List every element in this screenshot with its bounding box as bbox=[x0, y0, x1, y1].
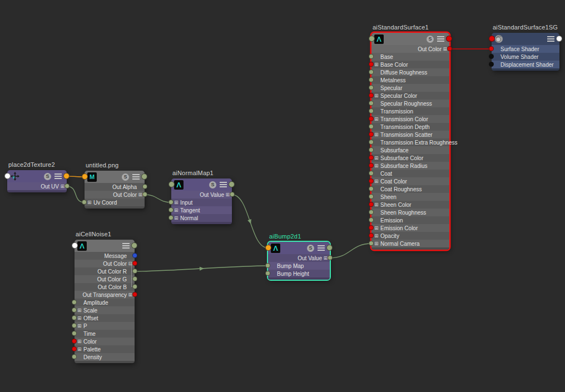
port-row-subsurface[interactable]: Subsurface bbox=[371, 146, 449, 154]
expand-compound-icon[interactable]: ⊞ bbox=[374, 154, 379, 162]
port-row-out-color[interactable]: ⊟Out Color bbox=[75, 260, 135, 267]
input-port-dot[interactable] bbox=[369, 155, 374, 160]
node-output-port-dot[interactable] bbox=[63, 173, 70, 179]
output-port-dot[interactable] bbox=[142, 184, 147, 189]
port-row-normal-camera[interactable]: ⊞Normal Camera bbox=[371, 240, 449, 247]
expand-compound-icon[interactable]: ⊞ bbox=[174, 206, 179, 214]
node-output-port-dot[interactable] bbox=[131, 242, 137, 249]
swatch-toggle-icon[interactable]: S bbox=[307, 245, 314, 252]
expand-compound-icon[interactable]: ⊞ bbox=[60, 182, 65, 190]
input-port-dot[interactable] bbox=[489, 54, 494, 59]
port-row-base-color[interactable]: ⊞Base Color bbox=[371, 61, 449, 68]
port-row-coat[interactable]: Coat bbox=[371, 170, 449, 177]
port-row-surface-shader[interactable]: Surface Shader bbox=[492, 45, 559, 53]
attribute-menu-icon[interactable] bbox=[547, 36, 554, 42]
input-port-dot[interactable] bbox=[369, 77, 374, 82]
node-input-port-dot[interactable] bbox=[82, 173, 88, 180]
expand-compound-icon[interactable]: ⊞ bbox=[374, 92, 379, 100]
input-port-dot[interactable] bbox=[72, 354, 77, 359]
node-aibump2d1[interactable]: aiBump2d1ΛS⊞Out ValueBump MapBump Height bbox=[268, 242, 330, 280]
input-port-dot[interactable] bbox=[168, 215, 174, 220]
port-row-time[interactable]: Time bbox=[75, 330, 135, 338]
expand-compound-icon[interactable]: ⊞ bbox=[87, 199, 92, 206]
node-editor-canvas[interactable]: place2dTexture2S⊞Out UVuntitled.pngMSOut… bbox=[0, 0, 565, 392]
port-row-transmission-scatter[interactable]: ⊞Transmission Scatter bbox=[371, 131, 449, 138]
node-output-port-dot[interactable] bbox=[229, 181, 235, 187]
input-port-dot[interactable] bbox=[265, 271, 270, 276]
port-row-volume-shader[interactable]: Volume Shader bbox=[492, 53, 559, 61]
port-row-palette[interactable]: ⊞Palette bbox=[75, 345, 135, 353]
port-row-out-color[interactable]: ⊞Out Color bbox=[371, 45, 449, 53]
port-row-out-color-g[interactable]: Out Color G bbox=[75, 275, 135, 283]
port-row-bump-map[interactable]: Bump Map bbox=[268, 262, 330, 270]
output-port-dot[interactable] bbox=[132, 292, 137, 297]
node-output-port-dot[interactable] bbox=[556, 36, 562, 42]
output-port-dot[interactable] bbox=[447, 46, 452, 51]
port-row-transmission[interactable]: Transmission bbox=[371, 107, 449, 115]
expand-compound-icon[interactable]: ⊞ bbox=[374, 224, 379, 232]
node-place2dtexture2[interactable]: place2dTexture2S⊞Out UV bbox=[7, 170, 67, 192]
node-input-port-dot[interactable] bbox=[72, 242, 78, 249]
input-port-dot[interactable] bbox=[72, 323, 77, 328]
node-input-port-dot[interactable] bbox=[489, 36, 495, 42]
output-port-dot[interactable] bbox=[230, 192, 235, 197]
node-header[interactable]: ΛS bbox=[268, 242, 330, 254]
node-input-port-dot[interactable] bbox=[4, 173, 11, 179]
port-row-subsurface-radius[interactable]: ⊞Subsurface Radius bbox=[371, 162, 449, 170]
expand-compound-icon[interactable]: ⊞ bbox=[225, 191, 230, 199]
input-port-dot[interactable] bbox=[369, 108, 374, 113]
expand-compound-icon[interactable]: ⊞ bbox=[77, 322, 82, 330]
input-port-dot[interactable] bbox=[369, 163, 374, 168]
node-header[interactable]: Λ bbox=[75, 240, 135, 252]
input-port-dot[interactable] bbox=[72, 346, 77, 351]
expand-compound-icon[interactable]: ⊞ bbox=[374, 177, 379, 185]
input-port-dot[interactable] bbox=[265, 263, 270, 268]
node-output-port-dot[interactable] bbox=[141, 173, 147, 180]
port-row-uv-coord[interactable]: ⊞Uv Coord bbox=[85, 199, 145, 206]
port-row-out-alpha[interactable]: Out Alpha bbox=[85, 183, 145, 191]
expand-compound-icon[interactable]: ⊞ bbox=[374, 240, 379, 247]
port-row-specular[interactable]: Specular bbox=[371, 84, 449, 92]
attribute-menu-icon[interactable] bbox=[318, 245, 325, 251]
port-row-out-color[interactable]: ⊞Out Color bbox=[85, 191, 145, 199]
port-row-out-color-r[interactable]: Out Color R bbox=[75, 267, 135, 275]
input-port-dot[interactable] bbox=[369, 217, 374, 222]
input-port-dot[interactable] bbox=[168, 207, 174, 212]
expand-compound-icon[interactable]: ⊞ bbox=[174, 214, 179, 222]
output-port-dot[interactable] bbox=[132, 269, 137, 274]
input-port-dot[interactable] bbox=[369, 233, 374, 238]
port-row-color[interactable]: ⊞Color bbox=[75, 338, 135, 345]
expand-compound-icon[interactable]: ⊞ bbox=[323, 254, 328, 262]
port-row-out-value[interactable]: ⊞Out Value bbox=[268, 254, 330, 262]
attribute-menu-icon[interactable] bbox=[437, 36, 444, 42]
port-row-transmission-depth[interactable]: Transmission Depth bbox=[371, 123, 449, 131]
swatch-toggle-icon[interactable]: S bbox=[44, 173, 51, 180]
port-row-displacement-shader[interactable]: Displacement Shader bbox=[492, 61, 559, 68]
port-row-transmission-color[interactable]: ⊞Transmission Color bbox=[371, 115, 449, 123]
port-row-transmission-extra-roughness[interactable]: Transmission Extra Roughness bbox=[371, 138, 449, 146]
expand-compound-icon[interactable]: ⊞ bbox=[374, 162, 379, 170]
expand-compound-icon[interactable]: ⊞ bbox=[77, 338, 82, 345]
attribute-menu-icon[interactable] bbox=[132, 174, 140, 180]
input-port-dot[interactable] bbox=[369, 85, 374, 90]
node-aicellnoise1[interactable]: aiCellNoise1ΛMessage⊟Out ColorOut Color … bbox=[75, 240, 135, 363]
port-row-out-value[interactable]: ⊞Out Value bbox=[171, 191, 232, 199]
port-row-p[interactable]: ⊞P bbox=[75, 322, 135, 330]
expand-compound-icon[interactable]: ⊞ bbox=[77, 345, 82, 353]
port-row-normal[interactable]: ⊞Normal bbox=[171, 214, 232, 222]
input-port-dot[interactable] bbox=[72, 307, 77, 312]
port-row-sheen-roughness[interactable]: Sheen Roughness bbox=[371, 209, 449, 216]
node-input-port-dot[interactable] bbox=[265, 245, 271, 251]
edge-untitled-png-outcolor-to-ainormalmap1-input[interactable] bbox=[145, 195, 171, 202]
expand-compound-icon[interactable]: ⊞ bbox=[174, 199, 179, 206]
node-header[interactable]: MS bbox=[85, 171, 145, 183]
input-port-dot[interactable] bbox=[369, 202, 374, 207]
node-output-port-dot[interactable] bbox=[326, 245, 333, 251]
input-port-dot[interactable] bbox=[489, 62, 494, 67]
input-port-dot[interactable] bbox=[369, 93, 374, 98]
input-port-dot[interactable] bbox=[369, 241, 374, 246]
expand-compound-icon[interactable]: ⊞ bbox=[77, 306, 82, 314]
port-row-message[interactable]: Message bbox=[75, 252, 135, 260]
input-port-dot[interactable] bbox=[369, 140, 374, 145]
attribute-menu-icon[interactable] bbox=[54, 173, 62, 179]
